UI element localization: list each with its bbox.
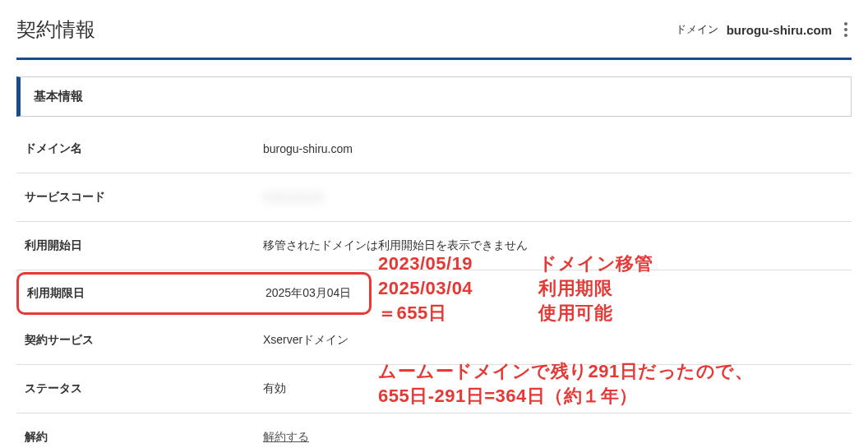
table-row: サービスコード XXXXXXXX xyxy=(16,173,852,222)
table-row: ドメイン名 burogu-shiru.com xyxy=(16,125,852,173)
annotation-text: 2023/05/19 xyxy=(378,252,473,276)
annotation-text: 使用可能 xyxy=(538,302,612,326)
header-right: ドメイン burogu-shiru.com xyxy=(676,18,852,41)
row-label-service-code: サービスコード xyxy=(25,190,263,205)
domain-label: ドメイン xyxy=(676,22,718,37)
cancel-link[interactable]: 解約する xyxy=(263,430,309,443)
table-row-highlighted: 利用期限日 2025年03月04日 xyxy=(16,272,372,315)
page-header: 契約情報 ドメイン burogu-shiru.com xyxy=(16,16,852,60)
annotation-text: ムームードメインで残り291日だったので、 xyxy=(378,360,753,384)
row-label-status: ステータス xyxy=(25,381,263,396)
row-value-contract-service: Xserverドメイン xyxy=(263,333,843,348)
annotation-text: 2025/03/04 xyxy=(378,277,473,301)
annotation-text: ＝655日 xyxy=(378,302,446,326)
row-value-expiry-date: 2025年03月04日 xyxy=(265,286,361,301)
domain-name: burogu-shiru.com xyxy=(727,23,832,37)
section-title: 基本情報 xyxy=(34,89,838,104)
annotation-text: ドメイン移管 xyxy=(538,252,653,276)
row-label-cancellation: 解約 xyxy=(25,430,263,445)
row-label-contract-service: 契約サービス xyxy=(25,333,263,348)
kebab-menu-icon[interactable] xyxy=(840,18,852,41)
row-label-domain: ドメイン名 xyxy=(25,141,263,156)
row-label-expiry-date: 利用期限日 xyxy=(27,286,265,301)
annotation-text: 利用期限 xyxy=(538,277,612,301)
row-value-start-date: 移管されたドメインは利用開始日を表示できません xyxy=(263,238,843,253)
row-value-domain: burogu-shiru.com xyxy=(263,142,843,155)
section-header: 基本情報 xyxy=(16,76,852,117)
row-value-cancellation: 解約する xyxy=(263,430,843,445)
row-value-service-code: XXXXXXXX xyxy=(263,191,843,204)
page-title: 契約情報 xyxy=(16,16,95,43)
annotation-text: 655日-291日=364日（約１年） xyxy=(378,385,638,409)
row-label-start-date: 利用開始日 xyxy=(25,238,263,253)
table-row: 解約 解約する xyxy=(16,413,852,448)
